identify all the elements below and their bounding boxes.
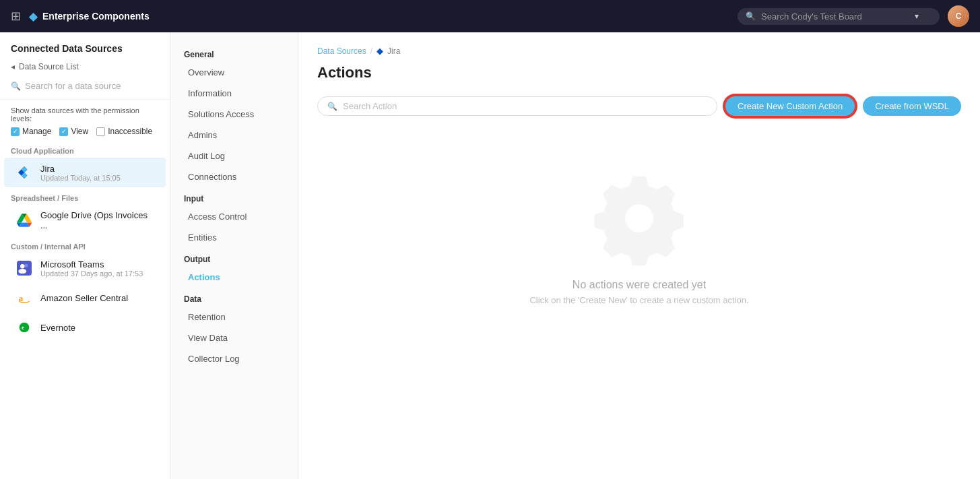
left-sidebar: Connected Data Sources ◂ Data Source Lis…: [0, 32, 170, 479]
nav-connections[interactable]: Connections: [174, 166, 294, 187]
svg-point-1: [24, 264, 28, 268]
nav-solutions-access[interactable]: Solutions Access: [174, 104, 294, 125]
breadcrumb-jira-icon: ◆: [377, 46, 383, 56]
perm-view-checkbox[interactable]: ✓: [59, 127, 68, 136]
nav-overview[interactable]: Overview: [174, 62, 294, 83]
category-spreadsheet: Spreadsheet / Files: [0, 187, 170, 205]
nav-actions[interactable]: Actions: [174, 267, 294, 288]
actions-toolbar: 🔍 Create New Custom Action Create from W…: [317, 95, 961, 117]
global-search-icon: 🔍: [746, 11, 756, 21]
middle-nav: General Overview Information Solutions A…: [170, 32, 298, 479]
jira-info: Jira Updated Today, at 15:05: [40, 164, 121, 182]
evernote-info: Evernote: [40, 323, 75, 333]
search-action-input[interactable]: [343, 101, 707, 111]
perm-view[interactable]: ✓ View: [59, 127, 88, 136]
avatar[interactable]: C: [948, 5, 969, 27]
main-layout: Connected Data Sources ◂ Data Source Lis…: [0, 32, 980, 479]
nav-entities[interactable]: Entities: [174, 227, 294, 248]
logo-diamond-icon: ◆: [29, 10, 37, 23]
nav-section-general: General: [170, 43, 298, 62]
permission-checkboxes: ✓ Manage ✓ View Inaccessible: [11, 127, 159, 136]
nav-view-data[interactable]: View Data: [174, 327, 294, 348]
datasource-item-jira[interactable]: Jira Updated Today, at 15:05: [4, 158, 166, 187]
data-source-list-link[interactable]: ◂ Data Source List: [0, 59, 170, 77]
perm-inaccessible-checkbox[interactable]: [96, 127, 105, 136]
create-wsdl-button[interactable]: Create from WSDL: [863, 96, 961, 116]
datasource-item-amazon[interactable]: a Amazon Seller Central: [4, 283, 166, 313]
global-search[interactable]: 🔍 ▾: [738, 8, 940, 25]
evernote-icon: e: [15, 318, 34, 337]
create-custom-action-button[interactable]: Create New Custom Action: [724, 95, 856, 117]
empty-gear-icon: [592, 171, 686, 265]
nav-information[interactable]: Information: [174, 83, 294, 104]
gdrive-icon: [15, 211, 34, 230]
top-header: ⊞ ◆ Enterprise Components 🔍 ▾ C: [0, 0, 980, 32]
category-custom-api: Custom / Internal API: [0, 236, 170, 253]
datasource-search[interactable]: 🔍: [0, 77, 170, 100]
nav-audit-log[interactable]: Audit Log: [174, 146, 294, 166]
grid-icon[interactable]: ⊞: [11, 9, 21, 24]
gdrive-info: Google Drive (Ops Invoices ...: [40, 210, 155, 230]
svg-point-3: [20, 264, 24, 268]
nav-section-output: Output: [170, 248, 298, 267]
permission-section: Show data sources with the permission le…: [0, 100, 170, 140]
nav-retention[interactable]: Retention: [174, 307, 294, 327]
empty-title: No actions were created yet: [573, 279, 706, 291]
nav-collector-log[interactable]: Collector Log: [174, 348, 294, 369]
sidebar-search-icon: 🔍: [11, 82, 21, 91]
empty-subtitle: Click on the 'Create New' to create a ne…: [529, 295, 748, 305]
global-search-input[interactable]: [761, 11, 909, 22]
page-title: Actions: [317, 64, 961, 82]
nav-access-control[interactable]: Access Control: [174, 206, 294, 227]
breadcrumb-current: Jira: [387, 46, 400, 56]
perm-manage-checkbox[interactable]: ✓: [11, 127, 20, 136]
breadcrumb-root-link[interactable]: Data Sources: [317, 46, 366, 56]
teams-info: Microsoft Teams Updated 37 Days ago, at …: [40, 259, 143, 278]
amazon-icon: a: [15, 288, 34, 307]
datasource-item-gdrive[interactable]: Google Drive (Ops Invoices ...: [4, 205, 166, 236]
breadcrumb: Data Sources / ◆ Jira: [317, 46, 961, 56]
search-action-icon: 🔍: [327, 102, 337, 111]
jira-icon: [15, 163, 34, 182]
datasource-search-input[interactable]: [25, 81, 159, 91]
sidebar-title: Connected Data Sources: [0, 32, 170, 59]
nav-section-data: Data: [170, 288, 298, 307]
datasource-item-teams[interactable]: Microsoft Teams Updated 37 Days ago, at …: [4, 253, 166, 283]
app-logo: ◆ Enterprise Components: [29, 10, 150, 23]
app-name: Enterprise Components: [42, 11, 150, 22]
empty-state: No actions were created yet Click on the…: [317, 144, 961, 332]
svg-point-5: [18, 269, 26, 274]
perm-inaccessible[interactable]: Inaccessible: [96, 127, 152, 136]
nav-section-input: Input: [170, 187, 298, 206]
back-arrow-icon: ◂: [11, 62, 15, 71]
perm-manage[interactable]: ✓ Manage: [11, 127, 51, 136]
category-cloud: Cloud Application: [0, 140, 170, 158]
nav-admins[interactable]: Admins: [174, 125, 294, 146]
permission-label: Show data sources with the permission le…: [11, 106, 159, 123]
teams-icon: [15, 259, 34, 278]
breadcrumb-sep: /: [370, 46, 372, 56]
datasource-item-evernote[interactable]: e Evernote: [4, 313, 166, 342]
svg-point-9: [20, 323, 30, 333]
search-action-wrapper[interactable]: 🔍: [317, 96, 717, 116]
svg-text:e: e: [22, 324, 24, 331]
amazon-info: Amazon Seller Central: [40, 293, 128, 303]
header-dropdown-icon[interactable]: ▾: [915, 11, 919, 21]
main-content: Data Sources / ◆ Jira Actions 🔍 Create N…: [298, 32, 980, 479]
